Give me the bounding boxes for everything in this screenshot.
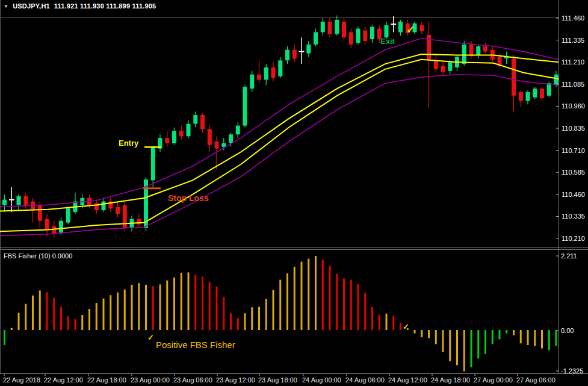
- candle-body: [172, 131, 176, 143]
- candle-body: [187, 124, 191, 137]
- candle-body: [335, 20, 339, 34]
- candle-body: [356, 29, 361, 43]
- candle-body: [250, 75, 254, 89]
- time-axis-label: 27 Aug 06:00: [516, 376, 556, 384]
- candle-body: [285, 50, 289, 61]
- mt4-chart-window: ▼ USDJPY,H1 111.921 111.930 111.899 111.…: [0, 0, 588, 386]
- price-axis-label: 111.335: [562, 37, 584, 44]
- candle-body: [45, 219, 49, 230]
- candle-body: [321, 22, 325, 33]
- candle-body: [328, 22, 332, 34]
- candle-body: [314, 32, 318, 45]
- candle-body: [483, 46, 487, 52]
- positive-fisher-label[interactable]: Positive FBS Fisher: [156, 340, 235, 350]
- candle-body: [554, 75, 559, 86]
- chart-dropdown-icon[interactable]: ▼: [4, 3, 8, 10]
- candle-body: [59, 221, 63, 234]
- candle-body: [385, 25, 389, 38]
- time-axis-label: 24 Aug 12:00: [388, 376, 427, 384]
- candle-body: [370, 27, 374, 40]
- exit-label[interactable]: Exit: [380, 37, 395, 46]
- candle-body: [179, 131, 184, 136]
- time-axis-label: 23 Aug 12:00: [216, 376, 255, 384]
- candle-body: [448, 62, 452, 71]
- candle-body: [23, 196, 28, 205]
- candle-body: [342, 22, 346, 37]
- time-axis-label: 23 Aug 18:00: [258, 376, 297, 384]
- price-axis-label: 110.585: [562, 169, 585, 176]
- candle-body: [193, 115, 197, 124]
- price-axis-label: 111.210: [562, 58, 584, 66]
- candle-body: [66, 208, 70, 222]
- candle-body: [278, 60, 282, 76]
- candle-body: [476, 46, 480, 55]
- candle-body: [292, 50, 297, 59]
- price-axis-label: 110.710: [562, 147, 585, 154]
- price-axis-label: 110.960: [562, 102, 585, 110]
- candle-body: [547, 83, 551, 96]
- candle-body: [469, 45, 474, 56]
- candle-body: [526, 92, 530, 101]
- quote-ohlc-label: 111.921 111.930 111.899 111.905: [54, 2, 156, 10]
- time-axis-label: 23 Aug 06:00: [173, 376, 212, 384]
- time-axis-label: 24 Aug 18:00: [431, 376, 470, 384]
- candle-body: [434, 60, 438, 69]
- candle-body: [229, 134, 233, 143]
- time-axis-label: 22 Aug 18:00: [87, 376, 126, 384]
- chart-title-bar: ▼ USDJPY,H1 111.921 111.930 111.899 111.…: [4, 2, 156, 10]
- candle-body: [221, 143, 226, 147]
- time-axis-label: 22 Aug 12:00: [44, 376, 83, 384]
- candle-body: [349, 32, 353, 45]
- price-axis-label: 110.210: [562, 235, 585, 242]
- candle-body: [462, 45, 466, 64]
- price-axis-label: 111.460: [562, 14, 584, 22]
- candle-body: [200, 115, 205, 129]
- candle-body: [441, 66, 445, 72]
- symbol-period-label: USDJPY,H1: [13, 2, 50, 10]
- candle-body: [123, 205, 127, 228]
- candle-body: [363, 31, 367, 42]
- exit-checkmark-icon[interactable]: ✓: [406, 23, 415, 36]
- candle-body: [102, 202, 106, 211]
- stop-loss-label[interactable]: Stop Loss: [168, 193, 209, 203]
- positive-fisher-checkmark-icon[interactable]: ✓: [147, 333, 154, 342]
- candle-body: [215, 142, 219, 149]
- candle-body: [533, 89, 537, 98]
- indicator-axis-label: 2.211: [561, 252, 577, 260]
- candle-body: [38, 205, 42, 220]
- price-axis-label: 110.335: [562, 213, 585, 220]
- candle-body: [165, 138, 169, 143]
- candle-body: [236, 126, 240, 135]
- time-axis-label: 24 Aug 06:00: [345, 376, 385, 384]
- candle-body: [243, 87, 247, 125]
- candle-body: [137, 219, 141, 225]
- candle-body: [2, 200, 7, 205]
- price-axis-label: 111.085: [562, 81, 584, 88]
- candle-body: [257, 75, 261, 80]
- time-axis-label: 27 Aug 00:00: [474, 376, 513, 384]
- price-axis-label: 110.460: [562, 191, 585, 198]
- fisher-zero-cross-checkmark-icon[interactable]: ✓: [403, 322, 409, 331]
- candle-body: [306, 45, 311, 54]
- band-upper-yellow: [0, 54, 559, 211]
- candle-body: [540, 89, 544, 98]
- candle-body: [512, 58, 516, 96]
- candle-body: [151, 148, 155, 180]
- main-chart-canvas[interactable]: [0, 0, 588, 386]
- candle-body: [419, 25, 424, 31]
- candle-body: [116, 207, 120, 214]
- time-axis-label: 22 Aug 2018: [3, 376, 40, 384]
- time-axis-label: 24 Aug 00:00: [302, 376, 341, 384]
- candle-body: [17, 196, 21, 205]
- indicator-name-label: FBS Fisher (10) 0.0000: [4, 252, 72, 260]
- candle-body: [208, 129, 212, 145]
- entry-label[interactable]: Entry: [119, 139, 138, 148]
- band-lower-purple: [0, 75, 559, 236]
- candle-body: [271, 67, 276, 78]
- candle-body: [264, 67, 268, 80]
- indicator-axis-label: 0.00: [561, 327, 574, 334]
- price-axis-label: 110.835: [562, 125, 585, 132]
- indicator-axis-label: -1.2325: [561, 367, 583, 375]
- candle-body: [398, 22, 403, 33]
- time-axis-label: 23 Aug 00:00: [131, 376, 170, 384]
